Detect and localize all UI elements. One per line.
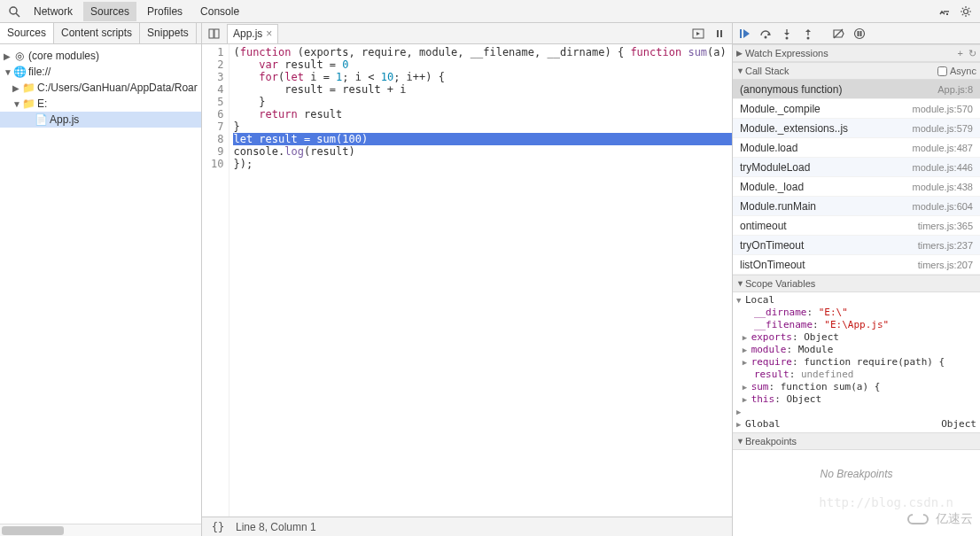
svg-line-9 xyxy=(968,13,969,14)
nav-toggle-icon[interactable] xyxy=(206,25,223,43)
line-gutter: 12345 678910 xyxy=(202,44,229,517)
tab-profiles[interactable]: Profiles xyxy=(140,2,190,21)
svg-point-20 xyxy=(786,36,789,39)
callstack-frame[interactable]: tryModuleLoadmodule.js:446 xyxy=(733,158,980,177)
callstack-frame[interactable]: Module.loadmodule.js:487 xyxy=(733,138,980,158)
chevron-down-icon: ▼ xyxy=(736,66,745,75)
resume-icon[interactable] xyxy=(735,25,754,43)
code-line-current: let result = sum(100) xyxy=(233,133,732,145)
callstack-frame[interactable]: (anonymous function)App.js:8 xyxy=(733,80,980,99)
callstack-list: (anonymous function)App.js:8 Module._com… xyxy=(733,80,980,275)
svg-point-0 xyxy=(10,7,17,14)
svg-point-22 xyxy=(807,36,810,39)
folder-icon: 📁 xyxy=(21,82,35,94)
search-icon[interactable] xyxy=(5,3,23,20)
tab-sources[interactable]: Sources xyxy=(83,2,136,21)
svg-line-1 xyxy=(16,13,19,17)
braces-icon[interactable]: {} xyxy=(209,518,227,536)
tree-folder-c[interactable]: ▶ 📁 C:/Users/GanHuan/AppData/Roar xyxy=(0,80,201,96)
svg-line-11 xyxy=(968,7,969,8)
code-line: (function (exports, require, module, __f… xyxy=(233,46,732,58)
tree-file-app-js[interactable]: 📄 App.js xyxy=(0,112,201,128)
close-icon[interactable]: × xyxy=(266,27,272,40)
svg-rect-26 xyxy=(860,31,862,36)
callstack-frame[interactable]: Module._loadmodule.js:438 xyxy=(733,177,980,197)
callstack-frame[interactable]: tryOnTimeouttimers.js:237 xyxy=(733,236,980,255)
file-tree[interactable]: ▶ ◎ (core modules) ▼ 🌐 file:// ▶ 📁 C:/Us… xyxy=(0,44,201,524)
cursor-position: Line 8, Column 1 xyxy=(236,521,316,533)
section-scope[interactable]: ▼ Scope Variables xyxy=(733,275,980,292)
chevron-down-icon: ▼ xyxy=(4,67,12,77)
no-breakpoints-message: No Breakpoints xyxy=(733,450,980,516)
left-tab-content-scripts[interactable]: Content scripts xyxy=(54,23,140,43)
chevron-down-icon: ▼ xyxy=(736,437,745,446)
step-over-icon[interactable] xyxy=(756,25,775,43)
pause-on-exceptions-icon[interactable] xyxy=(850,25,869,43)
tree-file-scheme[interactable]: ▼ 🌐 file:// xyxy=(0,64,201,80)
async-checkbox[interactable]: Async xyxy=(937,66,976,76)
tab-network[interactable]: Network xyxy=(27,2,80,21)
svg-point-18 xyxy=(765,35,767,38)
svg-line-10 xyxy=(962,13,963,14)
file-tab-label: App.js xyxy=(233,27,262,40)
file-tab-app-js[interactable]: App.js × xyxy=(227,24,278,43)
chevron-right-icon: ▶ xyxy=(4,51,12,61)
code-area[interactable]: (function (exports, require, module, __f… xyxy=(229,44,732,517)
callstack-frame[interactable]: Module._extensions..jsmodule.js:579 xyxy=(733,119,980,138)
left-tab-sources[interactable]: Sources xyxy=(0,23,54,43)
refresh-icon[interactable]: ↻ xyxy=(968,48,976,59)
code-line: } xyxy=(233,96,732,108)
code-line: console.log(result) xyxy=(233,145,732,158)
svg-rect-2 xyxy=(946,13,948,15)
file-icon: 📄 xyxy=(34,113,48,126)
pause-mini-icon[interactable] xyxy=(711,25,728,43)
circle-icon: ◎ xyxy=(12,50,27,62)
add-icon[interactable]: + xyxy=(958,48,963,58)
run-icon[interactable] xyxy=(689,25,707,43)
section-watch[interactable]: ▶ Watch Expressions + ↻ xyxy=(733,44,980,62)
chevron-down-icon: ▼ xyxy=(736,279,745,288)
tab-console[interactable]: Console xyxy=(193,2,246,21)
code-line: for(let i = 1; i < 10; i++) { xyxy=(233,71,732,83)
code-line: } xyxy=(233,120,732,133)
step-out-icon[interactable] xyxy=(798,25,818,43)
left-tab-snippets[interactable]: Snippets xyxy=(140,23,197,43)
svg-rect-16 xyxy=(720,30,722,37)
svg-rect-15 xyxy=(717,30,719,37)
svg-rect-25 xyxy=(858,31,859,36)
drawer-icon[interactable] xyxy=(936,3,953,20)
svg-rect-13 xyxy=(214,29,219,38)
svg-point-3 xyxy=(964,9,968,13)
callstack-frame[interactable]: Module._compilemodule.js:570 xyxy=(733,99,980,119)
chevron-right-icon: ▶ xyxy=(12,83,21,93)
code-line: }); xyxy=(233,158,732,170)
gear-icon[interactable] xyxy=(957,3,975,20)
scope-body: ▼Local __dirname: "E:\" __filename: "E:\… xyxy=(733,292,980,432)
globe-icon: 🌐 xyxy=(12,66,27,78)
deactivate-breakpoints-icon[interactable] xyxy=(828,25,848,43)
code-line: return result xyxy=(233,108,732,120)
callstack-frame[interactable]: Module.runMainmodule.js:604 xyxy=(733,197,980,216)
svg-rect-12 xyxy=(209,29,214,38)
chevron-right-icon: ▶ xyxy=(736,49,745,58)
chevron-down-icon: ▼ xyxy=(12,99,21,109)
tree-folder-e[interactable]: ▼ 📁 E: xyxy=(0,96,201,112)
svg-rect-17 xyxy=(740,29,742,38)
section-callstack[interactable]: ▼ Call Stack Async xyxy=(733,62,980,80)
code-editor[interactable]: 12345 678910 (function (exports, require… xyxy=(202,44,732,517)
step-into-icon[interactable] xyxy=(777,25,797,43)
svg-point-24 xyxy=(855,28,865,38)
svg-line-8 xyxy=(962,7,963,8)
code-line: var result = 0 xyxy=(233,58,732,71)
code-line: result = result + i xyxy=(233,83,732,96)
section-breakpoints[interactable]: ▼ Breakpoints xyxy=(733,432,980,450)
tree-core-modules[interactable]: ▶ ◎ (core modules) xyxy=(0,48,201,64)
folder-icon: 📁 xyxy=(21,97,35,110)
left-scrollbar[interactable] xyxy=(0,524,201,536)
callstack-frame[interactable]: ontimeouttimers.js:365 xyxy=(733,216,980,236)
callstack-frame[interactable]: listOnTimeouttimers.js:207 xyxy=(733,255,980,275)
